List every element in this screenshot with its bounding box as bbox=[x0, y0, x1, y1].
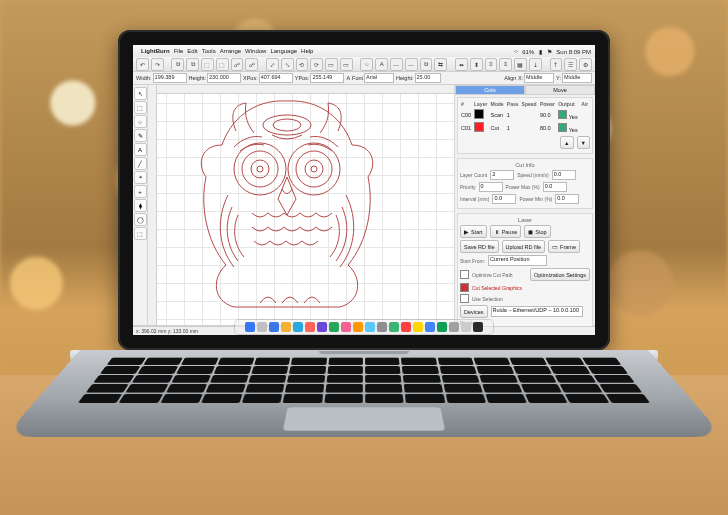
menubar-clock[interactable]: Sun 8:09 PM bbox=[556, 49, 591, 55]
ypos-field[interactable]: 255.149 bbox=[310, 73, 344, 83]
dock-app-14[interactable] bbox=[413, 322, 423, 332]
height-field[interactable]: 230.000 bbox=[207, 73, 241, 83]
tool-7[interactable]: + bbox=[134, 185, 147, 198]
tool-5[interactable]: ╱ bbox=[134, 157, 147, 170]
pause-button[interactable]: ⏸Pause bbox=[490, 225, 522, 238]
font-height-field[interactable]: 25.00 bbox=[415, 73, 441, 83]
toolbar-button-20[interactable]: ⬌ bbox=[455, 58, 468, 71]
menu-edit[interactable]: Edit bbox=[187, 48, 197, 54]
dock-app-12[interactable] bbox=[389, 322, 399, 332]
cut-selected-checkbox[interactable] bbox=[460, 283, 469, 292]
menu-file[interactable]: File bbox=[174, 48, 184, 54]
toolbar-button-25[interactable]: ⤓ bbox=[529, 58, 542, 71]
toolbar-button-0[interactable]: ↶ bbox=[136, 58, 149, 71]
dock-app-9[interactable] bbox=[353, 322, 363, 332]
toolbar-button-17[interactable]: ⋯ bbox=[405, 58, 418, 71]
tool-6[interactable]: ⌖ bbox=[134, 171, 147, 184]
toolbar-button-13[interactable]: ▭ bbox=[340, 58, 353, 71]
dock-app-13[interactable] bbox=[401, 322, 411, 332]
toolbar-button-1[interactable]: ↷ bbox=[151, 58, 164, 71]
dock-app-16[interactable] bbox=[437, 322, 447, 332]
tool-4[interactable]: A bbox=[134, 143, 147, 156]
toolbar-button-9[interactable]: ⤡ bbox=[281, 58, 294, 71]
layer-count-field[interactable]: 2 bbox=[490, 170, 514, 180]
tool-0[interactable]: ↖ bbox=[134, 87, 147, 100]
dock-app-0[interactable] bbox=[245, 322, 255, 332]
dock-app-3[interactable] bbox=[281, 322, 291, 332]
tool-2[interactable]: ○ bbox=[134, 115, 147, 128]
dock-app-2[interactable] bbox=[269, 322, 279, 332]
dock-app-11[interactable] bbox=[377, 322, 387, 332]
upload-rd-button[interactable]: Upload RD file bbox=[502, 240, 545, 253]
toolbar-button-7[interactable]: ☍ bbox=[245, 58, 258, 71]
toolbar-button-21[interactable]: ⬍ bbox=[470, 58, 483, 71]
layer-row[interactable]: C01Cut180.0 Yes bbox=[460, 121, 590, 134]
layer-table[interactable]: #LayerModePassSpeedPowerOutputAir C00Sca… bbox=[460, 100, 590, 134]
toolbar-button-22[interactable]: ≡ bbox=[485, 58, 498, 71]
tool-8[interactable]: ⧫ bbox=[134, 199, 147, 212]
flag-icon[interactable]: ⚑ bbox=[547, 49, 552, 55]
layer-row[interactable]: C00Scan190.0 Yes bbox=[460, 108, 590, 121]
priority-field[interactable]: 0 bbox=[479, 182, 503, 192]
speed-field[interactable]: 0.0 bbox=[552, 170, 576, 180]
dock-app-18[interactable] bbox=[461, 322, 471, 332]
toolbar-button-23[interactable]: ≡ bbox=[499, 58, 512, 71]
menu-window[interactable]: Window bbox=[245, 48, 266, 54]
layer-down-button[interactable]: ▼ bbox=[577, 136, 590, 149]
dock-app-1[interactable] bbox=[257, 322, 267, 332]
stop-button[interactable]: ◼Stop bbox=[524, 225, 550, 238]
startfrom-select[interactable]: Current Position bbox=[488, 255, 547, 266]
dock-app-15[interactable] bbox=[425, 322, 435, 332]
toolbar-button-12[interactable]: ▭ bbox=[325, 58, 338, 71]
toolbar-button-18[interactable]: ⧉ bbox=[420, 58, 433, 71]
tool-3[interactable]: ✎ bbox=[134, 129, 147, 142]
artwork-owl[interactable] bbox=[182, 95, 392, 317]
devices-button[interactable]: Devices bbox=[460, 305, 488, 318]
toolbar-button-19[interactable]: ⇆ bbox=[434, 58, 447, 71]
aligny-select[interactable]: Middle bbox=[562, 73, 592, 83]
toolbar-button-28[interactable]: ⚙ bbox=[579, 58, 592, 71]
optimization-settings-button[interactable]: Optimization Settings bbox=[530, 268, 590, 281]
app-name[interactable]: LightBurn bbox=[141, 48, 170, 54]
toolbar-button-3[interactable]: ⧉ bbox=[186, 58, 199, 71]
xpos-field[interactable]: 407.694 bbox=[259, 73, 293, 83]
toolbar-button-11[interactable]: ⟳ bbox=[310, 58, 323, 71]
dock-app-7[interactable] bbox=[329, 322, 339, 332]
toolbar-button-24[interactable]: ▦ bbox=[514, 58, 527, 71]
device-select[interactable]: Ruida – Ethernet/UDP – 10.0.0.100 bbox=[491, 306, 583, 317]
toolbar-button-6[interactable]: ☍ bbox=[231, 58, 244, 71]
dock-app-19[interactable] bbox=[473, 322, 483, 332]
toolbar-button-2[interactable]: ⧉ bbox=[171, 58, 184, 71]
wifi-icon[interactable]: ⌔ bbox=[514, 49, 518, 55]
tab-move[interactable]: Move bbox=[525, 85, 595, 95]
toolbar-button-15[interactable]: A bbox=[375, 58, 388, 71]
tool-9[interactable]: ◯ bbox=[134, 213, 147, 226]
layer-up-button[interactable]: ▲ bbox=[560, 136, 573, 149]
save-rd-button[interactable]: Save RD file bbox=[460, 240, 499, 253]
font-select[interactable]: Arial bbox=[364, 73, 394, 83]
canvas[interactable] bbox=[148, 85, 454, 325]
start-button[interactable]: ▶Start bbox=[460, 225, 487, 238]
toolbar-button-8[interactable]: ⤢ bbox=[266, 58, 279, 71]
alignx-select[interactable]: Middle bbox=[524, 73, 554, 83]
toolbar-button-10[interactable]: ⟲ bbox=[296, 58, 309, 71]
toolbar-button-16[interactable]: ⋯ bbox=[390, 58, 403, 71]
optimize-cut-checkbox[interactable] bbox=[460, 270, 469, 279]
dock-app-5[interactable] bbox=[305, 322, 315, 332]
toolbar-button-5[interactable]: ⬚ bbox=[216, 58, 229, 71]
menu-language[interactable]: Language bbox=[270, 48, 297, 54]
pmax-field[interactable]: 0.0 bbox=[543, 182, 567, 192]
menu-help[interactable]: Help bbox=[301, 48, 313, 54]
toolbar-button-27[interactable]: ☰ bbox=[564, 58, 577, 71]
dock-app-6[interactable] bbox=[317, 322, 327, 332]
pmin-field[interactable]: 0.0 bbox=[555, 194, 579, 204]
toolbar-button-26[interactable]: ⤒ bbox=[550, 58, 563, 71]
battery-icon[interactable]: ▮ bbox=[539, 49, 542, 55]
dock-app-17[interactable] bbox=[449, 322, 459, 332]
tool-1[interactable]: ⬚ bbox=[134, 101, 147, 114]
interval-field[interactable]: 0.0 bbox=[492, 194, 516, 204]
frame-button[interactable]: ▭Frame bbox=[548, 240, 580, 253]
menu-tools[interactable]: Tools bbox=[202, 48, 216, 54]
menu-arrange[interactable]: Arrange bbox=[220, 48, 241, 54]
toolbar-button-4[interactable]: ⬚ bbox=[201, 58, 214, 71]
